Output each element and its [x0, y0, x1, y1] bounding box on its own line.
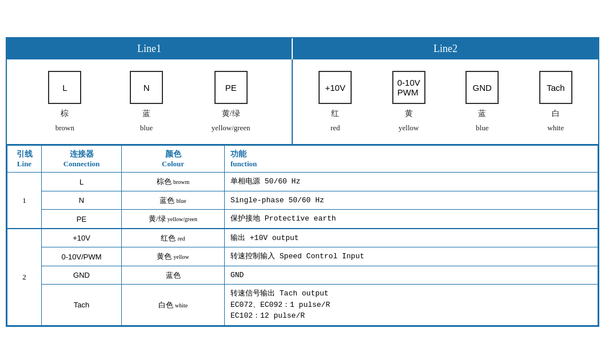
row-colour: 棕色 browm [122, 173, 225, 191]
row-connection: 0-10V/PWM [42, 247, 122, 266]
header-colour: 颜色 Colour [122, 146, 225, 173]
connector-item: GND蓝blue [465, 71, 499, 133]
row-group-number: 2 [7, 229, 42, 326]
row-group-number: 1 [7, 173, 42, 229]
connector-item: PE黄/绿yellow/green [212, 71, 250, 133]
connector-box: L [48, 71, 81, 104]
connector-box: 0-10VPWM [392, 71, 425, 104]
row-connection: GND [42, 266, 122, 285]
connector-label-zh: 蓝 [142, 109, 150, 119]
row-colour: 白色 white [122, 285, 225, 326]
info-table: 引线 Line 连接器 Connection 颜色 Colour 功能 func… [7, 145, 598, 326]
row-colour: 黄/绿 yellow/green [122, 210, 225, 229]
connector-label-zh: 白 [552, 109, 560, 119]
connector-label-zh: 棕 [61, 109, 69, 119]
connector-label-en: yellow/green [212, 123, 250, 133]
row-connection: +10V [42, 229, 122, 247]
connector-label-zh: 红 [331, 109, 339, 119]
header-func: 功能 function [225, 146, 598, 173]
row-function: 转速信号输出 Tach outputEC072、EC092：1 pulse/RE… [225, 285, 598, 326]
header-row: Line1 Line2 [7, 38, 598, 59]
table-row: Tach白色 white转速信号输出 Tach outputEC072、EC09… [7, 285, 598, 326]
row-colour: 黄色 yellow [122, 247, 225, 266]
table-row: 0-10V/PWM黄色 yellow转速控制输入 Speed Control I… [7, 247, 598, 266]
header-line1: Line1 [7, 38, 293, 59]
connector-label-en: yellow [399, 123, 419, 133]
row-connection: N [42, 191, 122, 210]
connector-label-zh: 黄 [405, 109, 413, 119]
connector-item: Tach白white [539, 71, 572, 133]
connector-box: PE [214, 71, 248, 104]
row-colour: 蓝色 [122, 266, 225, 285]
row-function: 输出 +10V output [225, 229, 598, 247]
connector-item: +10V红red [319, 71, 352, 133]
table-row: GND蓝色GND [7, 266, 598, 285]
diagram-row: L棕brownN蓝bluePE黄/绿yellow/green +10V红red0… [7, 59, 598, 145]
row-function: GND [225, 266, 598, 285]
header-conn: 连接器 Connection [42, 146, 122, 173]
row-connection: Tach [42, 285, 122, 326]
row-connection: L [42, 173, 122, 191]
connector-box: Tach [539, 71, 572, 104]
connector-label-en: red [331, 123, 340, 133]
row-colour: 红色 red [122, 229, 225, 247]
connector-label-en: white [547, 123, 564, 133]
connector-label-en: blue [476, 123, 488, 133]
diagram-line2: +10V红red0-10VPWM黄yellowGND蓝blueTach白whit… [293, 59, 598, 144]
main-container: Line1 Line2 L棕brownN蓝bluePE黄/绿yellow/gre… [6, 37, 599, 327]
table-row: N蓝色 blueSingle-phase 50/60 Hz [7, 191, 598, 210]
row-function: Single-phase 50/60 Hz [225, 191, 598, 210]
connector-box: N [130, 71, 163, 104]
connector-item: L棕brown [48, 71, 81, 133]
table-header-row: 引线 Line 连接器 Connection 颜色 Colour 功能 func… [7, 146, 598, 173]
row-function: 单相电源 50/60 Hz [225, 173, 598, 191]
row-function: 保护接地 Protective earth [225, 210, 598, 229]
connector-item: N蓝blue [130, 71, 163, 133]
table-row: 2+10V红色 red输出 +10V output [7, 229, 598, 247]
connector-box: +10V [319, 71, 352, 104]
table-body: 1L棕色 browm单相电源 50/60 HzN蓝色 blueSingle-ph… [7, 173, 598, 326]
connector-box: GND [465, 71, 499, 104]
row-connection: PE [42, 210, 122, 229]
row-function: 转速控制输入 Speed Control Input [225, 247, 598, 266]
connector-item: 0-10VPWM黄yellow [392, 71, 425, 133]
header-line2: Line2 [293, 38, 598, 59]
table-row: PE黄/绿 yellow/green保护接地 Protective earth [7, 210, 598, 229]
connector-label-en: brown [55, 123, 74, 133]
header-line: 引线 Line [7, 146, 42, 173]
table-row: 1L棕色 browm单相电源 50/60 Hz [7, 173, 598, 191]
connector-label-zh: 黄/绿 [222, 109, 240, 119]
diagram-line1: L棕brownN蓝bluePE黄/绿yellow/green [7, 59, 293, 144]
connector-label-zh: 蓝 [478, 109, 486, 119]
connector-label-en: blue [140, 123, 153, 133]
row-colour: 蓝色 blue [122, 191, 225, 210]
